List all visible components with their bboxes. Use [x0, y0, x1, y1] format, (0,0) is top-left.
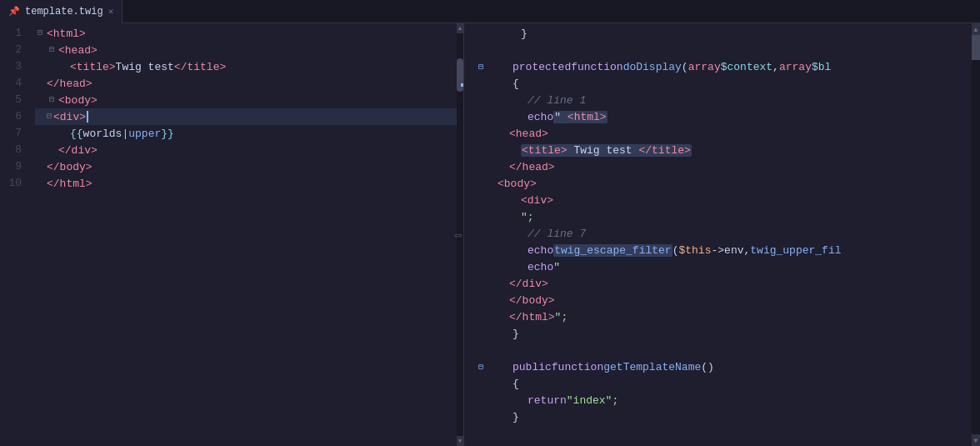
fold-btn-blank21: [464, 392, 498, 408]
right-line-14: echo twig_escape_filter ( $this ->env, t…: [498, 242, 980, 258]
fold-icon-1[interactable]: ⊟: [35, 28, 45, 38]
tag-body-open: <body>: [58, 94, 98, 107]
tab-close-button[interactable]: ✕: [108, 6, 114, 17]
tag-div-close: </div>: [58, 144, 98, 157]
tag-head-close: </head>: [47, 78, 92, 90]
fold-btn-blank5: [464, 108, 498, 125]
tag-div-open: <div>: [53, 111, 86, 123]
right-scrollbar[interactable]: ▲ ▼: [972, 23, 980, 446]
fold-btn-template[interactable]: ⊟: [464, 358, 498, 375]
fold-btn-blank4: [464, 92, 498, 108]
fold-btn-blank7: [464, 142, 498, 158]
right-line-19: }: [498, 325, 980, 342]
right-line-18: </html> ";: [498, 308, 980, 325]
tab-bar: 📌 template.twig ✕: [0, 0, 980, 23]
right-line-15: echo ": [498, 258, 980, 275]
twig-open-delim: {{: [70, 128, 83, 140]
right-line-6: echo " <html>: [498, 108, 980, 125]
code-line-8: </div>: [35, 142, 463, 158]
fold-btn-blank12: [464, 225, 498, 242]
scrollbar-down-right[interactable]: ▼: [972, 434, 980, 446]
code-line-4: </head>: [35, 75, 463, 92]
cursor: [87, 111, 88, 123]
fold-btn-blank1: [464, 25, 498, 42]
right-line-13: // line 7: [498, 225, 980, 242]
code-line-7: {{ worlds | upper }}: [35, 125, 463, 142]
left-code-content[interactable]: ⊟ <html> ⊟ <head> <title>Twig test</titl…: [35, 23, 463, 446]
fold-btn-blank10: [464, 192, 498, 208]
right-line-10: <body>: [498, 175, 980, 192]
code-line-1: ⊟ <html>: [35, 25, 463, 42]
split-handle-icon: ⇔: [454, 227, 461, 243]
app-window: 📌 template.twig ✕ 1 2 3 4 5 6 7 8 9 10: [0, 0, 980, 446]
fold-btn-display[interactable]: ⊟: [464, 58, 498, 75]
fold-icon-5[interactable]: ⊟: [47, 95, 57, 105]
tag-html-close: </html>: [47, 178, 92, 190]
code-line-3: <title>Twig test</title>: [35, 58, 463, 75]
tab-filename: template.twig: [25, 6, 103, 18]
right-line-5: // line 1: [498, 92, 980, 108]
left-code-area: 1 2 3 4 5 6 7 8 9 10 ⊟ <html>: [0, 23, 463, 446]
tab-template-twig[interactable]: 📌 template.twig ✕: [0, 0, 122, 23]
left-panel: 1 2 3 4 5 6 7 8 9 10 ⊟ <html>: [0, 23, 464, 446]
fold-btn-blank17: [464, 308, 498, 325]
fold-btn-blank2: [464, 42, 498, 58]
twig-pipe: |: [122, 128, 128, 140]
fold-btn-blank15: [464, 275, 498, 292]
right-line-1: }: [498, 25, 980, 42]
fold-icon-2[interactable]: ⊟: [47, 45, 57, 55]
right-line-24: }: [498, 408, 980, 425]
fold-btn-blank19: [464, 342, 498, 358]
split-handle[interactable]: ⇔: [452, 23, 463, 446]
tag-body-close: </body>: [47, 161, 92, 173]
right-line-22: {: [498, 375, 980, 392]
right-line-3: protected function doDisplay ( array $co…: [498, 58, 980, 75]
right-line-8: <title> Twig test </title>: [498, 142, 980, 158]
right-line-16: </div>: [498, 275, 980, 292]
right-panel: ⊟ ⊟: [464, 23, 980, 446]
fold-btn-blank11: [464, 208, 498, 225]
code-line-6: ⊟ <div>: [35, 108, 463, 125]
right-line-21: public function getTemplateName (): [498, 358, 980, 375]
fold-btn-blank20: [464, 375, 498, 392]
code-line-5: ⊟ <body>: [35, 92, 463, 108]
fold-btn-blank9: [464, 175, 498, 192]
code-line-9: </body>: [35, 158, 463, 175]
fold-btn-blank6: [464, 125, 498, 142]
code-line-10: </html>: [35, 175, 463, 192]
tag-title-open: <title>: [70, 61, 116, 73]
right-line-12: ";: [498, 208, 980, 225]
scrollbar-up-right[interactable]: ▲: [972, 23, 980, 35]
tag-html-open: <html>: [47, 28, 86, 40]
code-line-2: ⊟ <head>: [35, 42, 463, 58]
twig-filter-upper: upper: [128, 128, 161, 140]
right-code-content[interactable]: } protected function doDisplay ( array $…: [498, 23, 980, 446]
right-line-9: </head>: [498, 158, 980, 175]
scrollbar-track-right: [972, 35, 980, 434]
right-line-20: [498, 342, 980, 358]
fold-btn-blank14: [464, 258, 498, 275]
tag-head-open: <head>: [58, 44, 98, 57]
right-line-17: </body>: [498, 292, 980, 308]
fold-btn-blank3: [464, 75, 498, 92]
fold-btn-blank16: [464, 292, 498, 308]
pin-icon: 📌: [8, 6, 20, 17]
fold-btn-blank18: [464, 325, 498, 342]
right-line-7: <head>: [498, 125, 980, 142]
right-line-2: [498, 42, 980, 58]
right-line-23: return "index";: [498, 392, 980, 408]
twig-var-worlds: worlds: [83, 128, 122, 140]
right-gutter: ⊟ ⊟: [464, 23, 498, 446]
right-line-11: <div>: [498, 192, 980, 208]
fold-icon-6[interactable]: ⊟: [35, 112, 47, 122]
line-numbers: 1 2 3 4 5 6 7 8 9 10: [0, 23, 35, 446]
twig-close-delim: }}: [161, 128, 174, 140]
scrollbar-thumb-right: [972, 35, 980, 60]
right-line-4: {: [498, 75, 980, 92]
tag-title-close: </title>: [174, 61, 226, 73]
fold-btn-blank8: [464, 158, 498, 175]
editor-container: 1 2 3 4 5 6 7 8 9 10 ⊟ <html>: [0, 23, 980, 446]
title-text: Twig test: [116, 61, 174, 73]
fold-btn-blank13: [464, 242, 498, 258]
fold-btn-blank22: [464, 408, 498, 425]
